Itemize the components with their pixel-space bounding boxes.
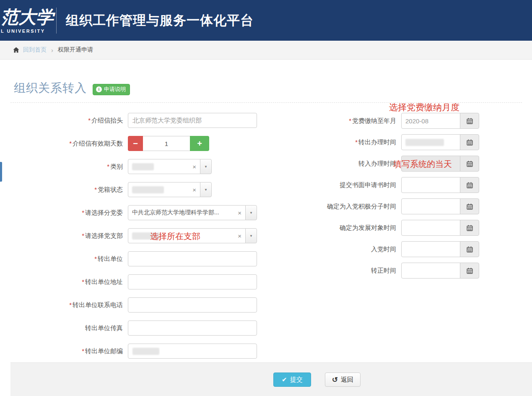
select-value-area[interactable]: 选择所在支部× [128, 228, 246, 243]
field-label-text: 党费缴纳至年月 [352, 117, 396, 124]
field-label: *请选择分党委 [10, 209, 128, 217]
date-input[interactable] [401, 198, 460, 214]
date-input[interactable] [401, 156, 460, 172]
text-input[interactable] [128, 297, 257, 313]
form-row: *转出办理时间 [302, 134, 484, 150]
input-value: 北京师范大学党委组织部 [132, 117, 202, 125]
select-value-area[interactable]: × [128, 159, 200, 174]
select-arrow-button[interactable]: ▼ [245, 205, 257, 220]
field-label-text: 党籍状态 [98, 186, 123, 193]
date-input[interactable] [401, 134, 460, 150]
clear-icon[interactable]: × [235, 232, 241, 240]
date-input[interactable] [401, 220, 460, 236]
field-label: 提交书面申请书时间 [302, 181, 401, 189]
decrement-button[interactable]: − [128, 136, 143, 151]
form-row: 转正时间 [302, 263, 484, 279]
stepper-value[interactable]: 1 [143, 136, 190, 151]
select-input[interactable]: 选择所在支部×▼ [128, 228, 257, 243]
university-logo: 范大学 L UNIVERSITY [0, 7, 54, 34]
form-row: *介绍信抬头北京师范大学党委组织部 [10, 113, 268, 128]
redacted-value [132, 186, 164, 193]
transfer-form: *介绍信抬头北京师范大学党委组织部*介绍信有效期天数−1+*类别×▼*党籍状态×… [10, 103, 522, 367]
breadcrumb-home-link[interactable]: 回到首页 [23, 46, 47, 54]
date-input-group[interactable] [401, 220, 479, 236]
date-input-group[interactable] [401, 241, 479, 257]
side-panel-handle[interactable] [0, 162, 2, 182]
date-input-group[interactable] [401, 177, 479, 193]
field-label: *请选择党支部 [10, 232, 128, 240]
back-button-label: 返回 [341, 376, 353, 384]
calendar-icon [467, 139, 473, 146]
form-row: *转出单位联系电话 [10, 297, 268, 313]
number-stepper: −1+ [128, 136, 209, 151]
select-arrow-button[interactable]: ▼ [200, 159, 212, 174]
date-input[interactable]: 2020-08 [401, 113, 460, 129]
back-button[interactable]: ↺ 返回 [325, 373, 361, 387]
form-row: *类别×▼ [10, 159, 268, 174]
field-label: *转出单位地址 [10, 278, 128, 286]
calendar-icon [467, 118, 473, 124]
required-asterisk: * [82, 232, 84, 239]
required-asterisk: * [88, 117, 91, 124]
text-input[interactable]: 北京师范大学党委组织部 [128, 113, 257, 128]
form-row: *介绍信有效期天数−1+ [10, 136, 268, 151]
clear-icon[interactable]: × [235, 209, 241, 216]
calendar-button[interactable] [460, 156, 479, 172]
page: 范大学 L UNIVERSITY 组织工作管理与服务一体化平台 回到首页 › 权… [0, 0, 532, 396]
field-label: 确定为入党积极分子时间 [302, 203, 401, 211]
select-arrow-button[interactable]: ▼ [245, 228, 257, 243]
clear-icon[interactable]: × [190, 186, 196, 193]
select-input[interactable]: ×▼ [128, 159, 212, 174]
field-label: *介绍信抬头 [10, 117, 128, 125]
text-input[interactable] [128, 274, 257, 289]
field-label-text: 类别 [110, 163, 123, 170]
select-arrow-button[interactable]: ▼ [200, 182, 212, 197]
text-input[interactable] [128, 320, 257, 336]
increment-button[interactable]: + [190, 136, 209, 151]
calendar-button[interactable] [460, 263, 479, 279]
field-label: 入党时间 [302, 245, 401, 253]
date-input-group[interactable] [401, 156, 479, 172]
field-label-text: 确定为发展对象时间 [340, 224, 396, 231]
calendar-icon [467, 246, 473, 253]
select-value-area[interactable]: 中共北京师范大学地理科学学部...× [128, 205, 246, 220]
calendar-button[interactable] [460, 177, 479, 193]
calendar-button[interactable] [460, 198, 479, 214]
date-input[interactable] [401, 241, 460, 257]
select-input[interactable]: ×▼ [128, 182, 212, 197]
date-input-group[interactable] [401, 198, 479, 214]
redacted-value [405, 139, 444, 146]
field-label: *介绍信有效期天数 [10, 140, 128, 148]
field-label-text: 介绍信抬头 [91, 117, 123, 124]
field-label-text: 提交书面申请书时间 [340, 181, 396, 188]
field-label: 转正时间 [302, 267, 401, 275]
calendar-button[interactable] [460, 134, 479, 150]
date-input[interactable] [401, 177, 460, 193]
calendar-button[interactable] [460, 241, 479, 257]
submit-button[interactable]: ✔ 提交 [273, 373, 311, 387]
field-label-text: 请选择党支部 [85, 232, 123, 239]
text-input[interactable] [128, 251, 257, 266]
form-row: *请选择党支部选择所在支部×▼ [10, 228, 268, 243]
select-value-area[interactable]: × [128, 182, 200, 197]
application-help-badge[interactable]: i 申请说明 [93, 84, 130, 95]
form-row: 转出单位传真 [10, 320, 268, 336]
field-label-text: 转正时间 [371, 267, 396, 274]
required-asterisk: * [349, 117, 351, 124]
date-input-group[interactable]: 2020-08 [401, 113, 479, 129]
select-input[interactable]: 中共北京师范大学地理科学学部...×▼ [128, 205, 257, 220]
form-row: 确定为发展对象时间 [302, 220, 484, 236]
footer-buttons: ✔ 提交 ↺ 返回 [56, 373, 532, 387]
required-asterisk: * [69, 140, 72, 147]
calendar-button[interactable] [460, 113, 479, 129]
date-input[interactable] [401, 263, 460, 279]
date-input-group[interactable] [401, 134, 479, 150]
form-row: 提交书面申请书时间 [302, 177, 484, 193]
date-input-group[interactable] [401, 263, 479, 279]
required-asterisk: * [107, 163, 109, 170]
field-label: *党费缴纳至年月 [302, 117, 401, 125]
clear-icon[interactable]: × [190, 163, 196, 170]
text-input[interactable] [128, 344, 257, 359]
caret-down-icon: ▼ [249, 234, 253, 238]
calendar-button[interactable] [460, 220, 479, 236]
